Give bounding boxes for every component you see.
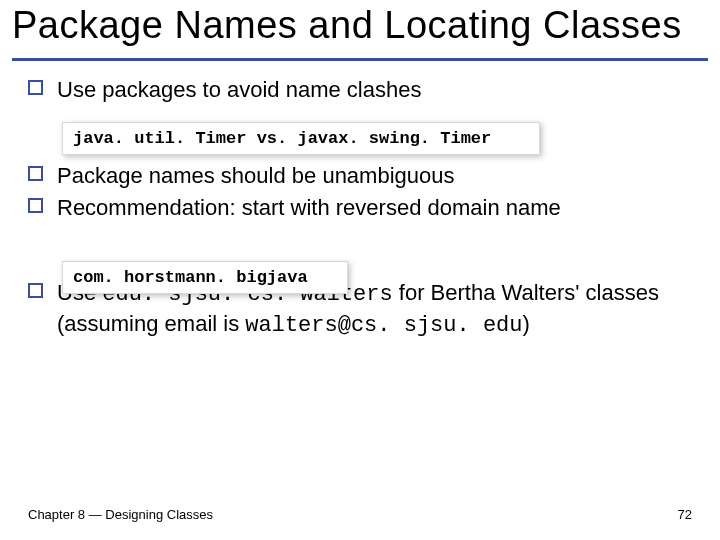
square-bullet-icon (28, 283, 43, 298)
page-number: 72 (678, 507, 692, 522)
square-bullet-icon (28, 80, 43, 95)
slide-footer: Chapter 8 — Designing Classes 72 (28, 507, 692, 522)
text-fragment: ) (523, 311, 530, 336)
footer-left: Chapter 8 — Designing Classes (28, 507, 213, 522)
footer-subtitle: Designing Classes (102, 507, 213, 522)
slide-title: Package Names and Locating Classes (0, 0, 720, 58)
bullet-text: Recommendation: start with reversed doma… (57, 193, 561, 223)
slide-content: Use packages to avoid name clashes java.… (0, 61, 720, 341)
inline-code: walters@cs. sjsu. edu (245, 313, 522, 338)
square-bullet-icon (28, 198, 43, 213)
bullet-text: Package names should be unambiguous (57, 161, 455, 191)
bullet-text: Use packages to avoid name clashes (57, 75, 421, 105)
footer-separator-icon: — (89, 507, 102, 522)
code-box: com. horstmann. bigjava (62, 261, 348, 294)
bullet-row: Package names should be unambiguous (28, 161, 700, 191)
spacer (28, 233, 700, 261)
bullet-row: Recommendation: start with reversed doma… (28, 193, 700, 223)
bullet-row: Use packages to avoid name clashes (28, 75, 700, 105)
code-box: java. util. Timer vs. javax. swing. Time… (62, 122, 540, 155)
square-bullet-icon (28, 166, 43, 181)
slide: Package Names and Locating Classes Use p… (0, 0, 720, 540)
footer-chapter: Chapter 8 (28, 507, 89, 522)
